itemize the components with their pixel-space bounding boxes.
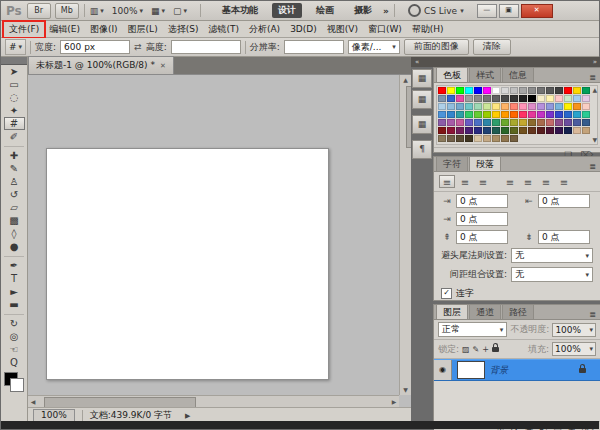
swap-dimensions-icon[interactable]: ⇄	[134, 42, 142, 52]
color-swatch[interactable]	[465, 95, 473, 102]
layer-name[interactable]: 背景	[490, 364, 508, 377]
first-line-indent-input[interactable]: 0 点	[456, 212, 508, 226]
color-swatch[interactable]	[474, 95, 482, 102]
color-swatch[interactable]	[582, 103, 590, 110]
color-swatch[interactable]	[465, 103, 473, 110]
menu-analysis[interactable]: 分析(A)	[244, 22, 285, 37]
bridge-button[interactable]: Br	[27, 3, 51, 19]
color-swatch[interactable]	[555, 95, 563, 102]
canvas[interactable]	[46, 148, 329, 380]
color-swatch[interactable]	[492, 95, 500, 102]
color-swatch[interactable]	[546, 95, 554, 102]
color-swatch[interactable]	[483, 119, 491, 126]
color-swatch[interactable]	[456, 135, 464, 142]
color-swatch[interactable]	[474, 127, 482, 134]
rectangle-tool[interactable]: ▬	[4, 298, 25, 311]
scroll-right-icon[interactable]: ▶	[389, 396, 399, 407]
color-swatch[interactable]	[519, 103, 527, 110]
color-swatch[interactable]	[510, 127, 518, 134]
color-swatch[interactable]	[474, 87, 482, 94]
space-before-input[interactable]: 0 点	[456, 230, 508, 244]
color-swatch[interactable]	[465, 119, 473, 126]
vertical-scrollbar[interactable]: ▲ ▼	[399, 75, 411, 395]
panel-grip[interactable]	[1, 57, 27, 65]
color-swatch[interactable]	[465, 87, 473, 94]
tool-preset-button[interactable]: # ▾	[5, 39, 26, 55]
color-swatch[interactable]	[519, 119, 527, 126]
color-swatch[interactable]	[546, 127, 554, 134]
color-swatch[interactable]	[537, 127, 545, 134]
color-swatch[interactable]	[519, 95, 527, 102]
move-tool[interactable]: ➤	[4, 65, 25, 78]
color-swatch[interactable]	[483, 127, 491, 134]
color-swatch[interactable]	[501, 87, 509, 94]
mojikumi-dropdown[interactable]: 无▾	[511, 267, 593, 282]
color-swatch[interactable]	[492, 119, 500, 126]
color-swatch[interactable]	[546, 103, 554, 110]
gradient-tool[interactable]: ▩	[4, 214, 25, 227]
color-swatch[interactable]	[582, 95, 590, 102]
menu-file[interactable]: 文件(F)	[4, 22, 44, 37]
spot-healing-brush-tool[interactable]: ✚	[4, 149, 25, 162]
color-swatch[interactable]	[483, 135, 491, 142]
align-right-button[interactable]: ≡	[475, 175, 491, 188]
color-swatch[interactable]	[501, 119, 509, 126]
color-swatch[interactable]	[492, 111, 500, 118]
color-swatch[interactable]	[528, 111, 536, 118]
3d-rotate-tool[interactable]: ↻	[4, 317, 25, 330]
color-swatch[interactable]	[501, 95, 509, 102]
color-swatch[interactable]	[465, 135, 473, 142]
paragraph-tab-character[interactable]: 字符	[436, 156, 468, 171]
mini-bridge-button[interactable]: Mb	[55, 3, 79, 19]
lasso-tool[interactable]: ◌	[4, 91, 25, 104]
swatches-tab-swatches[interactable]: 色板	[436, 67, 468, 82]
3d-orbit-tool[interactable]: ◎	[4, 330, 25, 343]
fill-field[interactable]: 100% ▾	[552, 342, 596, 356]
color-swatch[interactable]	[456, 87, 464, 94]
color-swatch[interactable]	[537, 95, 545, 102]
lock-transparency-icon[interactable]: ▨	[462, 345, 470, 354]
color-swatch[interactable]	[546, 111, 554, 118]
lock-position-icon[interactable]: +	[482, 345, 489, 354]
marquee-tool[interactable]: ▭	[4, 78, 25, 91]
zoom-level-control[interactable]: 100%▾	[112, 6, 143, 16]
color-swatch[interactable]	[573, 119, 581, 126]
color-swatch[interactable]	[528, 127, 536, 134]
layer-row-background[interactable]: ◉ 背景	[434, 359, 600, 381]
menu-help[interactable]: 帮助(H)	[407, 22, 449, 37]
panel-menu-icon[interactable]: ≣	[585, 162, 600, 171]
workspace-design[interactable]: 设计	[272, 3, 302, 18]
color-swatch[interactable]	[492, 87, 500, 94]
color-swatch[interactable]	[528, 87, 536, 94]
color-swatch[interactable]	[456, 119, 464, 126]
menu-image[interactable]: 图像(I)	[85, 22, 123, 37]
color-swatch[interactable]	[510, 119, 518, 126]
close-icon[interactable]: ✕	[160, 62, 166, 70]
layer-thumbnail[interactable]	[457, 361, 485, 379]
color-swatch[interactable]	[555, 119, 563, 126]
layer-visibility-icon[interactable]: ◉	[434, 360, 452, 380]
color-swatch[interactable]	[564, 119, 572, 126]
color-swatch[interactable]	[438, 87, 446, 94]
color-swatch[interactable]	[447, 87, 455, 94]
screen-mode-control[interactable]: ▢▾	[173, 6, 187, 16]
color-swatch[interactable]	[528, 119, 536, 126]
space-after-input[interactable]: 0 点	[538, 230, 590, 244]
blur-tool[interactable]: ◊	[4, 227, 25, 240]
color-swatch[interactable]	[474, 119, 482, 126]
hyphenate-checkbox[interactable]: ✓	[441, 288, 452, 299]
resolution-input[interactable]	[284, 40, 344, 54]
color-swatch[interactable]	[555, 103, 563, 110]
blend-mode-dropdown[interactable]: 正常 ▾	[438, 322, 507, 337]
color-swatch[interactable]	[519, 87, 527, 94]
pen-tool[interactable]: ✒	[4, 259, 25, 272]
brush-tool[interactable]: ✎	[4, 162, 25, 175]
color-swatch[interactable]	[519, 127, 527, 134]
color-swatch[interactable]	[546, 119, 554, 126]
color-swatch[interactable]	[483, 103, 491, 110]
color-swatch[interactable]	[501, 135, 509, 142]
color-swatch[interactable]	[456, 127, 464, 134]
opacity-field[interactable]: 100% ▾	[552, 323, 596, 337]
justify-last-left-button[interactable]: ≡	[502, 175, 518, 188]
color-swatch[interactable]	[456, 103, 464, 110]
